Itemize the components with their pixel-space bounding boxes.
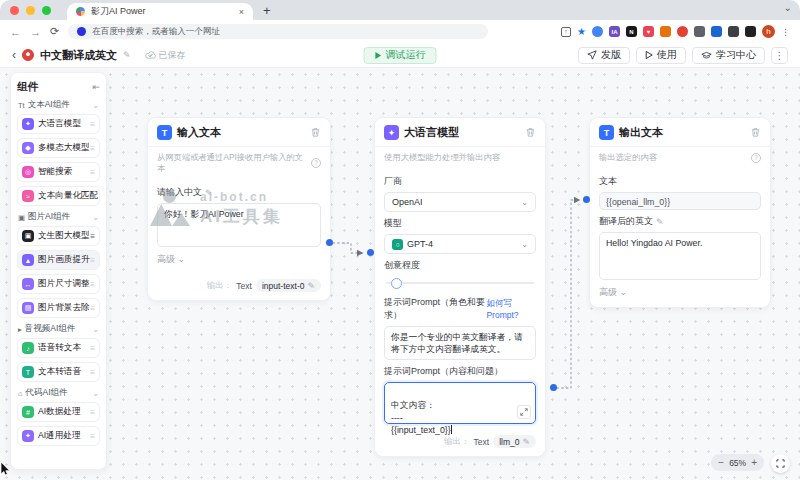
edit-field-icon[interactable]: ✎ [656, 217, 664, 227]
group-text-ai[interactable]: Tt 文本AI组件 ⌄ [18, 99, 99, 111]
sidebar-item-bg-remove[interactable]: ▨ 图片背景去除 ≡ [17, 298, 100, 318]
sidebar-item-ai-data-process[interactable]: # AI数据处理 ≡ [17, 402, 100, 422]
minimize-window-button[interactable] [26, 6, 35, 15]
zoom-out-icon[interactable]: − [718, 457, 724, 468]
edit-variable-icon[interactable]: ✎ [522, 437, 530, 447]
tab-close-icon[interactable]: × [239, 7, 244, 17]
url-bar[interactable]: 在百度中搜索，或者输入一个网址 [68, 24, 488, 39]
learning-center-button[interactable]: 学习中心 [692, 47, 765, 64]
reload-icon[interactable]: ⟳ [50, 25, 59, 38]
sidebar-item-image-resize[interactable]: ↔ 图片尺寸调整 ≡ [17, 274, 100, 294]
extension-icon[interactable] [711, 26, 722, 37]
sidebar-item-text2image[interactable]: ▣ 文生图大模型 ≡ [17, 226, 100, 246]
drag-handle-icon[interactable]: ≡ [90, 368, 95, 377]
extension-icon[interactable]: ♥ [643, 26, 654, 37]
drag-handle-icon[interactable]: ≡ [90, 120, 95, 129]
sidebar-item-text2speech[interactable]: T 文本转语音 ≡ [17, 362, 100, 382]
slider-track[interactable] [386, 282, 534, 284]
tab-search-chevron-icon[interactable]: ⌄ [784, 2, 792, 13]
translated-output-textarea[interactable]: Hello! Yingdao AI Power. [599, 232, 761, 280]
maximize-window-button[interactable] [42, 6, 51, 15]
model-label: 模型 [384, 217, 536, 230]
drag-handle-icon[interactable]: ≡ [90, 232, 95, 241]
output-variable-badge[interactable]: input-text-0 ✎ [256, 279, 321, 292]
sidebar-item-smart-search[interactable]: ◎ 智能搜索 ≡ [17, 162, 100, 182]
forward-icon[interactable]: → [30, 26, 41, 38]
trash-icon[interactable] [525, 127, 536, 138]
share-icon[interactable]: ↑ [561, 27, 571, 37]
port-llm-in[interactable] [367, 249, 374, 256]
trash-icon[interactable] [750, 127, 761, 138]
drag-handle-icon[interactable]: ≡ [90, 256, 95, 265]
extension-icon[interactable] [592, 26, 603, 37]
group-av-ai[interactable]: ▸ 音视频AI组件 ⌄ [18, 323, 99, 335]
sidebar-item-image-quality[interactable]: ▲ 图片画质提升 ≡ [17, 250, 100, 270]
node-llm[interactable]: ✦ 大语言模型 使用大模型能力处理并输出内容 厂商 OpenAI ⌄ 模型 ○ … [375, 118, 545, 456]
extension-icon[interactable] [694, 26, 705, 37]
more-menu-button[interactable]: ⋮ [771, 47, 788, 64]
edit-field-icon[interactable]: ✎ [205, 188, 213, 198]
publish-button[interactable]: 发版 [578, 47, 630, 64]
extension-icon[interactable] [660, 26, 671, 37]
model-select[interactable]: ○ GPT-4 ⌄ [384, 234, 536, 254]
extension-icon[interactable]: IA [609, 26, 620, 37]
slider-thumb[interactable] [391, 278, 402, 289]
expand-textarea-icon[interactable] [517, 405, 531, 419]
browser-tab[interactable]: 影刀AI Power × [67, 3, 253, 20]
edit-title-icon[interactable]: ✎ [123, 50, 131, 60]
collapse-panel-icon[interactable]: ⇤ [92, 82, 100, 92]
group-image-ai[interactable]: ▣ 图片AI组件 ⌄ [18, 211, 99, 223]
port-output-text-in[interactable] [583, 196, 590, 203]
chinese-input-textarea[interactable]: 你好！影刀AI Power [157, 203, 321, 247]
fit-view-button[interactable] [771, 454, 790, 473]
trash-icon[interactable] [310, 127, 321, 138]
advanced-toggle[interactable]: 高级 ⌄ [599, 286, 761, 299]
prompt-content-textarea[interactable]: 中文内容： ---- {{input_text_0}} [384, 382, 536, 424]
extension-icon[interactable] [728, 26, 739, 37]
sidebar-item-text-vector-match[interactable]: ≈ 文本向量化匹配 ≡ [17, 186, 100, 206]
zoom-in-icon[interactable]: + [751, 457, 757, 468]
extension-icon[interactable]: N [626, 26, 637, 37]
use-button[interactable]: 使用 [636, 47, 686, 64]
edge-input-to-llm [333, 243, 362, 253]
help-icon[interactable]: ? [311, 158, 321, 168]
drag-handle-icon[interactable]: ≡ [90, 192, 95, 201]
drag-handle-icon[interactable]: ≡ [90, 344, 95, 353]
close-window-button[interactable] [10, 6, 19, 15]
bookmark-star-icon[interactable]: ★ [577, 26, 586, 37]
node-output-text[interactable]: T 输出文本 输出选定的内容 ? 文本 {{openai_llm_0}} 翻译后… [590, 118, 770, 307]
drag-handle-icon[interactable]: ≡ [90, 304, 95, 313]
debug-run-button[interactable]: 调试运行 [364, 47, 437, 64]
chevron-down-icon: ⌄ [92, 101, 99, 110]
extension-icon[interactable] [677, 26, 688, 37]
output-variable-badge[interactable]: llm_0 ✎ [493, 435, 536, 448]
text-variable-input[interactable]: {{openai_llm_0}} [599, 192, 761, 210]
drag-handle-icon[interactable]: ≡ [90, 280, 95, 289]
edit-variable-icon[interactable]: ✎ [307, 281, 315, 291]
drag-handle-icon[interactable]: ≡ [90, 432, 95, 441]
sidebar-item-speech2text[interactable]: ♪ 语音转文本 ≡ [17, 338, 100, 358]
advanced-toggle[interactable]: 高级 ⌄ [157, 253, 321, 266]
workflow-canvas[interactable]: 组件 ⇤ Tt 文本AI组件 ⌄ ✦ 大语言模型 ≡ ◆ 多模态大模型 ≡ ◎ … [0, 68, 800, 480]
profile-avatar[interactable]: h [762, 25, 775, 38]
sidebar-item-multimodal[interactable]: ◆ 多模态大模型 ≡ [17, 138, 100, 158]
new-tab-button[interactable]: + [263, 3, 271, 18]
group-code-ai[interactable]: ⌂ 代码AI组件 ⌄ [18, 387, 99, 399]
sidebar-item-llm[interactable]: ✦ 大语言模型 ≡ [17, 114, 100, 134]
help-icon[interactable]: ? [751, 153, 761, 163]
drag-handle-icon[interactable]: ≡ [90, 408, 95, 417]
vendor-select[interactable]: OpenAI ⌄ [384, 192, 536, 212]
node-input-text[interactable]: T 输入文本 从网页端或者通过API接收用户输入的文本 ? 请输入中文 ✎ 你好… [148, 118, 330, 300]
browser-menu-icon[interactable]: ⋮ [781, 27, 790, 37]
creativity-slider[interactable] [386, 276, 534, 290]
how-to-write-prompt-link[interactable]: 如何写Prompt? [486, 298, 536, 320]
back-icon[interactable]: ← [10, 26, 21, 38]
port-llm-out[interactable] [550, 384, 557, 391]
prompt-role-textarea[interactable]: 你是一个专业的中英文翻译者，请将下方中文内容翻译成英文。 [384, 326, 536, 360]
app-back-button[interactable]: ‹ [12, 48, 16, 62]
sidebar-item-ai-general-process[interactable]: ✦ AI通用处理 ≡ [17, 426, 100, 446]
port-input-text-out[interactable] [326, 239, 333, 246]
drag-handle-icon[interactable]: ≡ [90, 168, 95, 177]
extension-icon[interactable] [745, 26, 756, 37]
drag-handle-icon[interactable]: ≡ [90, 144, 95, 153]
